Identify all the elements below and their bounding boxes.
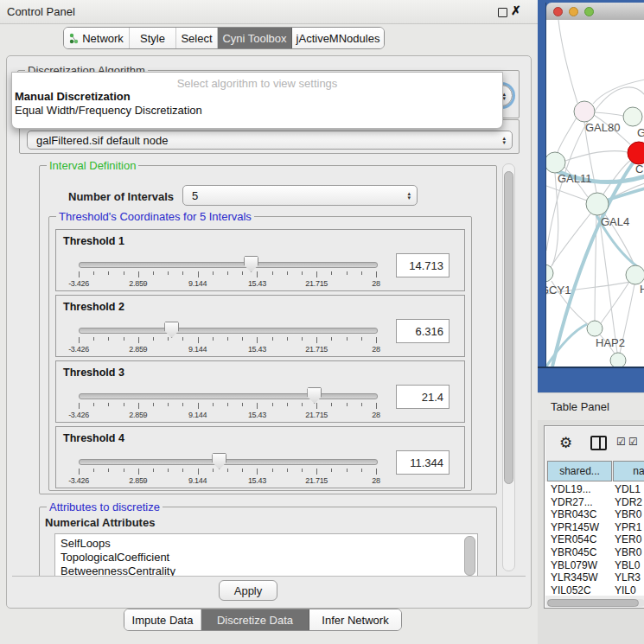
network-edge[interactable]: [593, 80, 644, 104]
network-node-hap2[interactable]: [587, 321, 603, 336]
threshold-value-field[interactable]: 14.713: [396, 253, 450, 277]
network-node-gcy1[interactable]: [546, 265, 553, 282]
combo-arrows-icon: ▴▾: [502, 92, 506, 100]
table-cell[interactable]: YLR3: [615, 571, 641, 583]
network-window-titlebar: [546, 3, 644, 21]
network-edge[interactable]: [558, 118, 577, 152]
table-cell[interactable]: YDR27...: [551, 496, 593, 508]
table-data-select[interactable]: galFiltered.sif default node ▴▾: [27, 131, 513, 150]
network-node-gal4[interactable]: [586, 193, 609, 215]
slider-tick: [138, 337, 139, 343]
scrollbar-thumb[interactable]: [504, 171, 513, 484]
network-edge-thick[interactable]: [603, 188, 644, 201]
network-node-gal11[interactable]: [546, 152, 565, 173]
apply-button[interactable]: Apply: [219, 580, 277, 601]
slider-thumb[interactable]: [244, 256, 258, 272]
threshold-value-field[interactable]: 6.316: [396, 319, 450, 343]
network-edge[interactable]: [601, 282, 629, 323]
attribute-list-item[interactable]: TopologicalCoefficient: [61, 551, 169, 564]
table-cell[interactable]: YPR1: [615, 521, 641, 533]
table-column-header[interactable]: shared...: [547, 461, 612, 481]
attributes-list-scrollbar[interactable]: [464, 536, 475, 576]
num-intervals-select[interactable]: 5 ▴▾: [182, 185, 418, 206]
close-traffic-light-icon[interactable]: [553, 7, 563, 16]
table-cell[interactable]: YBR0: [615, 546, 641, 558]
table-cell[interactable]: YPR145W: [551, 521, 599, 533]
tab-select[interactable]: Select: [176, 28, 218, 48]
table-cell[interactable]: YDL19...: [551, 483, 591, 495]
slider-tick: [182, 337, 183, 341]
attribute-list-item[interactable]: SelfLoops: [61, 537, 111, 550]
slider-track[interactable]: [79, 393, 378, 399]
slider-tick-label: 21.715: [305, 411, 328, 419]
tab-impute-data[interactable]: Impute Data: [124, 609, 201, 630]
table-cell[interactable]: YER054C: [551, 533, 596, 545]
slider-tick-label: 15.43: [248, 476, 266, 485]
close-icon[interactable]: ✗: [511, 3, 521, 17]
tab-style[interactable]: Style: [130, 28, 176, 48]
network-edge[interactable]: [558, 20, 577, 103]
table-cell[interactable]: YIL052C: [551, 584, 591, 596]
table-cell[interactable]: YDL1: [615, 483, 641, 495]
attribute-list-item[interactable]: BetweennessCentrality: [61, 564, 175, 577]
slider-thumb[interactable]: [212, 453, 226, 469]
tab-infer-network[interactable]: Infer Network: [309, 609, 401, 630]
network-node-h[interactable]: [626, 265, 644, 284]
checkbox-checked-icon[interactable]: ☑: [628, 436, 638, 448]
slider-tick: [124, 337, 124, 341]
network-node-label: GAL80: [585, 121, 620, 134]
algorithm-popup-item[interactable]: Equal Width/Frequency Discretization: [15, 104, 202, 117]
network-graph: GAL80GACGAL11GAL4GCY1HHAP2: [546, 20, 644, 367]
settings-vertical-scrollbar[interactable]: [502, 163, 515, 571]
zoom-traffic-light-icon[interactable]: [584, 7, 594, 16]
slider-tick: [361, 403, 362, 406]
slider-thumb[interactable]: [164, 322, 179, 338]
slider-thumb[interactable]: [307, 387, 322, 404]
tab-discretize-data[interactable]: Discretize Data: [201, 609, 309, 630]
slider-tick: [272, 271, 273, 275]
table-cell[interactable]: YER0: [615, 533, 641, 545]
minimize-traffic-light-icon[interactable]: [569, 7, 578, 16]
table-cell[interactable]: YBR043C: [551, 508, 596, 520]
network-node[interactable]: [610, 353, 626, 367]
slider-tick: [93, 469, 94, 472]
slider-track[interactable]: [79, 262, 378, 268]
tab-network[interactable]: Network: [64, 28, 130, 48]
float-window-icon[interactable]: [498, 8, 507, 17]
network-node-gal80[interactable]: [574, 101, 595, 122]
numerical-attributes-list[interactable]: SelfLoopsTopologicalCoefficientBetweenne…: [54, 533, 478, 577]
gear-icon[interactable]: ⚙: [559, 434, 572, 451]
network-canvas[interactable]: GAL80GACGAL11GAL4GCY1HHAP2: [546, 20, 644, 367]
algorithm-popup-item[interactable]: Manual Discretization: [15, 90, 131, 103]
slider-tick: [316, 337, 317, 343]
slider-tick: [93, 271, 94, 275]
slider-tick: [287, 403, 288, 406]
table-horizontal-scrollbar[interactable]: [546, 599, 644, 607]
slider-tick: [108, 403, 109, 406]
tab-label: Style: [140, 32, 165, 45]
table-cell[interactable]: YBL079W: [551, 559, 597, 571]
slider-track[interactable]: [79, 328, 378, 334]
tab-jactivemnodules[interactable]: jActiveMNodules: [292, 28, 384, 48]
split-columns-icon[interactable]: [590, 436, 607, 450]
table-cell[interactable]: YBR045C: [551, 546, 596, 558]
slider-tick: [347, 271, 348, 275]
slider-tick: [138, 271, 139, 277]
table-cell[interactable]: YLR345W: [551, 571, 598, 583]
network-edge[interactable]: [552, 173, 558, 265]
tab-cyni-toolbox[interactable]: Cyni Toolbox: [218, 28, 292, 48]
network-node-ga[interactable]: [623, 107, 642, 126]
network-edge[interactable]: [565, 151, 628, 161]
table-cell[interactable]: YDR2: [615, 496, 642, 508]
threshold-value-field[interactable]: 21.4: [396, 385, 450, 409]
threshold-value-field[interactable]: 11.344: [396, 450, 450, 475]
network-edge[interactable]: [595, 112, 623, 116]
slider-track[interactable]: [79, 459, 378, 465]
scrollbar-thumb[interactable]: [547, 599, 639, 607]
checkbox-checked-icon[interactable]: ☑: [616, 436, 626, 448]
table-cell[interactable]: YBL0: [615, 559, 640, 571]
table-cell[interactable]: YBR0: [615, 508, 641, 520]
table-cell[interactable]: YIL0: [615, 584, 636, 596]
table-column-header[interactable]: na: [613, 461, 644, 481]
slider-tick: [168, 469, 169, 472]
